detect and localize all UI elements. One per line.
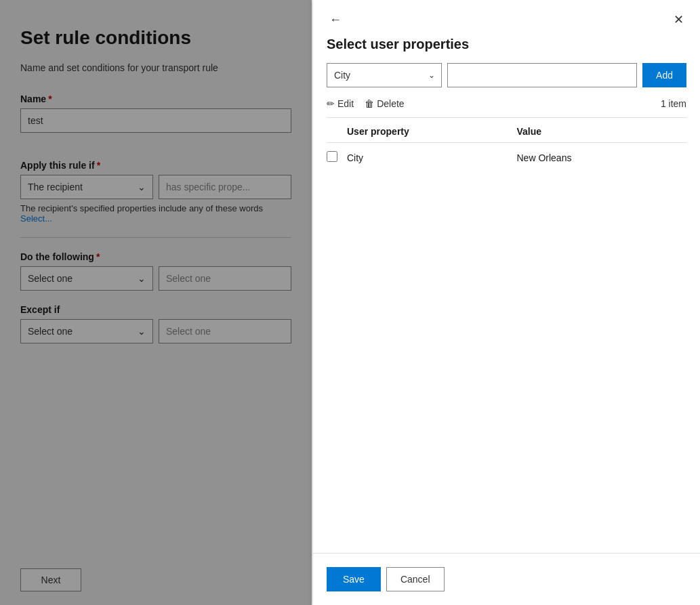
delete-button[interactable]: 🗑 Delete: [365, 98, 404, 109]
row-checkbox[interactable]: [327, 151, 347, 164]
back-icon: ←: [329, 13, 342, 27]
panel-footer: Save Cancel: [313, 553, 700, 605]
add-button[interactable]: Add: [642, 63, 686, 87]
panel-header: ← ✕: [313, 0, 700, 37]
panel-actions-left: ✏ Edit 🗑 Delete: [327, 98, 405, 109]
side-panel: ← ✕ Select user properties City State Co…: [313, 0, 700, 605]
row-value: New Orleans: [517, 152, 687, 163]
panel-actions-row: ✏ Edit 🗑 Delete 1 item: [313, 96, 700, 117]
close-button[interactable]: ✕: [671, 9, 686, 30]
property-dropdown[interactable]: City State Country Department Title: [327, 63, 442, 87]
property-dropdown-wrapper: City State Country Department Title ⌄: [327, 63, 442, 87]
row-checkbox-input[interactable]: [327, 151, 337, 162]
close-icon: ✕: [674, 12, 684, 27]
edit-button[interactable]: ✏ Edit: [327, 98, 354, 109]
save-button[interactable]: Save: [327, 567, 381, 591]
value-input[interactable]: [447, 63, 637, 87]
panel-toolbar: City State Country Department Title ⌄ Ad…: [313, 63, 700, 96]
panel-title: Select user properties: [313, 37, 700, 63]
cancel-button[interactable]: Cancel: [386, 567, 445, 591]
delete-icon: 🗑: [365, 98, 374, 109]
back-button[interactable]: ←: [327, 10, 344, 30]
items-count: 1 item: [661, 98, 686, 109]
th-value: Value: [517, 126, 687, 137]
th-property: User property: [347, 126, 517, 137]
table-row: City New Orleans: [313, 143, 700, 172]
table-header: User property Value: [313, 118, 700, 142]
edit-icon: ✏: [327, 98, 335, 109]
overlay-backdrop: [0, 0, 312, 605]
row-property: City: [347, 152, 517, 163]
